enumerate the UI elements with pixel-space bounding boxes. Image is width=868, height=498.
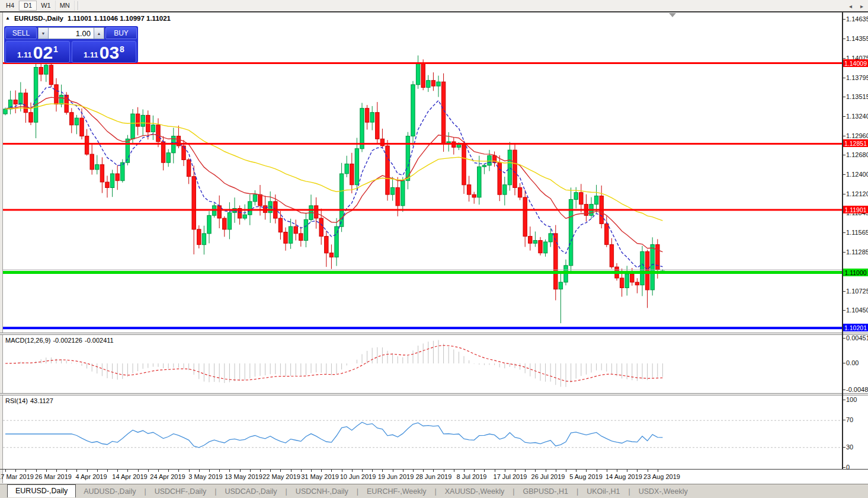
timeframe-button-d1[interactable]: D1 bbox=[19, 1, 37, 11]
sell-button[interactable]: SELL bbox=[5, 27, 37, 39]
tab-separator: | bbox=[576, 487, 578, 496]
date-label: 10 Jun 2019 bbox=[340, 473, 376, 480]
date-tick bbox=[25, 470, 26, 472]
date-tick bbox=[291, 470, 292, 472]
date-tick bbox=[454, 470, 454, 472]
date-tick bbox=[138, 470, 139, 472]
date-tick bbox=[199, 470, 200, 472]
macd-tick-label: -0.004806 bbox=[846, 386, 868, 393]
date-tick bbox=[546, 470, 546, 472]
chart-tab-xauusd[interactable]: XAUUSD-,Weekly bbox=[437, 486, 512, 497]
price-tick-label: 1.13795 bbox=[846, 74, 868, 81]
price-tick-label: 1.14635 bbox=[846, 15, 868, 23]
tab-separator: | bbox=[286, 487, 287, 496]
volume-decrease-button[interactable]: ▼ bbox=[38, 27, 49, 39]
chart-tab-usdcad[interactable]: USDCAD-,Daily bbox=[217, 486, 284, 497]
date-tick bbox=[87, 470, 88, 472]
price-tick-label: 1.10725 bbox=[846, 288, 868, 295]
chart-tab-ukoil[interactable]: UKOil-,H1 bbox=[579, 486, 627, 497]
date-tick bbox=[515, 470, 515, 472]
macd-label: MACD(12,26,9)-0.002126-0.002411 bbox=[5, 337, 116, 344]
tab-separator: | bbox=[214, 487, 216, 496]
price-axis-divider bbox=[842, 12, 843, 469]
date-label: 13 May 2019 bbox=[225, 473, 262, 480]
chart-tab-usdx[interactable]: USDX-,Weekly bbox=[631, 486, 696, 497]
date-tick bbox=[525, 470, 526, 472]
chart-tab-bar: EURUSD-,DailyAUDUSD-,Daily|USDCHF-,Daily… bbox=[0, 484, 868, 498]
date-label: 14 Apr 2019 bbox=[112, 473, 147, 480]
line-price-label: 1.11000 bbox=[843, 269, 868, 276]
chart-tab-gbpusd[interactable]: GBPUSD-,H1 bbox=[515, 486, 575, 497]
date-tick bbox=[627, 470, 627, 472]
date-tick bbox=[107, 470, 108, 472]
date-tick bbox=[637, 470, 638, 472]
timeframe-button-w1[interactable]: W1 bbox=[37, 1, 56, 11]
buy-button[interactable]: BUY bbox=[105, 27, 137, 39]
collapse-trade-panel-icon[interactable]: ▲ bbox=[5, 15, 10, 21]
sell-price-tile[interactable]: 1.11 02 1 bbox=[5, 41, 70, 63]
date-tick bbox=[240, 470, 241, 472]
date-label: 23 Aug 2019 bbox=[643, 473, 680, 480]
date-axis-divider bbox=[0, 469, 868, 470]
rsi-chart-canvas[interactable] bbox=[3, 395, 843, 469]
rsi-tick-label: 30 bbox=[846, 443, 853, 451]
date-tick bbox=[168, 470, 169, 472]
price-tick-label: 1.12120 bbox=[846, 190, 868, 197]
date-tick bbox=[413, 470, 414, 472]
chart-symbol-label: EURUSD-,Daily bbox=[14, 15, 63, 22]
date-tick bbox=[617, 470, 617, 472]
line-price-label: 1.10201 bbox=[843, 324, 868, 331]
date-tick bbox=[535, 470, 536, 472]
timeframe-toolbar: H4D1W1MN bbox=[0, 0, 868, 11]
date-tick bbox=[576, 470, 576, 472]
date-label: 5 Aug 2019 bbox=[569, 473, 603, 480]
date-tick bbox=[270, 470, 271, 472]
macd-chart-canvas[interactable] bbox=[3, 335, 843, 393]
date-tick bbox=[393, 470, 393, 472]
tab-separator: | bbox=[144, 487, 146, 496]
chart-ohlc-values: 1.11001 1.11046 1.10997 1.11021 bbox=[68, 15, 171, 22]
tab-scroll-left-icon[interactable]: ◂ bbox=[849, 3, 852, 9]
date-tick bbox=[372, 470, 373, 472]
sell-price-prefix: 1.11 bbox=[17, 50, 32, 59]
date-tick bbox=[423, 470, 424, 472]
date-label: 31 May 2019 bbox=[301, 473, 339, 480]
date-label: 14 Aug 2019 bbox=[606, 473, 642, 480]
date-tick bbox=[250, 470, 251, 472]
date-label: 4 Apr 2019 bbox=[75, 473, 107, 480]
buy-price-tile[interactable]: 1.11 03 8 bbox=[72, 41, 136, 63]
date-tick bbox=[444, 470, 444, 472]
date-tick bbox=[280, 470, 281, 472]
date-tick bbox=[321, 470, 322, 472]
tab-scroll-right-icon[interactable]: ▸ bbox=[860, 3, 863, 9]
date-tick bbox=[117, 470, 118, 472]
date-tick bbox=[484, 470, 485, 472]
date-tick bbox=[66, 470, 67, 472]
tab-separator: | bbox=[357, 487, 358, 496]
chart-tab-audusd[interactable]: AUDUSD-,Daily bbox=[76, 486, 143, 497]
chart-tab-eurchf[interactable]: EURCHF-,Weekly bbox=[359, 486, 434, 497]
line-price-label: 1.12851 bbox=[843, 139, 868, 147]
date-tick bbox=[464, 470, 465, 472]
volume-increase-button[interactable]: ▲ bbox=[94, 27, 104, 39]
date-tick bbox=[505, 470, 505, 472]
date-tick bbox=[352, 470, 353, 472]
timeframe-button-h4[interactable]: H4 bbox=[2, 1, 19, 11]
date-label: 19 Jun 2019 bbox=[378, 473, 414, 480]
chart-shift-marker-icon[interactable] bbox=[669, 13, 676, 17]
chart-tab-eurusd[interactable]: EURUSD-,Daily bbox=[7, 484, 76, 497]
chart-tab-usdcnh[interactable]: USDCNH-,Daily bbox=[288, 486, 356, 497]
macd-tick-label: 0.00 bbox=[846, 359, 859, 366]
macd-tick-label: 0.004517 bbox=[846, 334, 868, 341]
date-tick bbox=[566, 470, 566, 472]
date-label: 3 May 2019 bbox=[188, 473, 222, 480]
chart-tab-usdchf[interactable]: USDCHF-,Daily bbox=[147, 486, 214, 497]
date-tick bbox=[46, 470, 47, 472]
date-tick bbox=[97, 470, 98, 472]
date-tick bbox=[229, 470, 230, 472]
date-tick bbox=[127, 470, 128, 472]
date-tick bbox=[76, 470, 77, 472]
volume-input[interactable]: 1.00 bbox=[49, 27, 94, 39]
toolbar-separator bbox=[78, 1, 78, 10]
timeframe-button-mn[interactable]: MN bbox=[56, 1, 75, 11]
